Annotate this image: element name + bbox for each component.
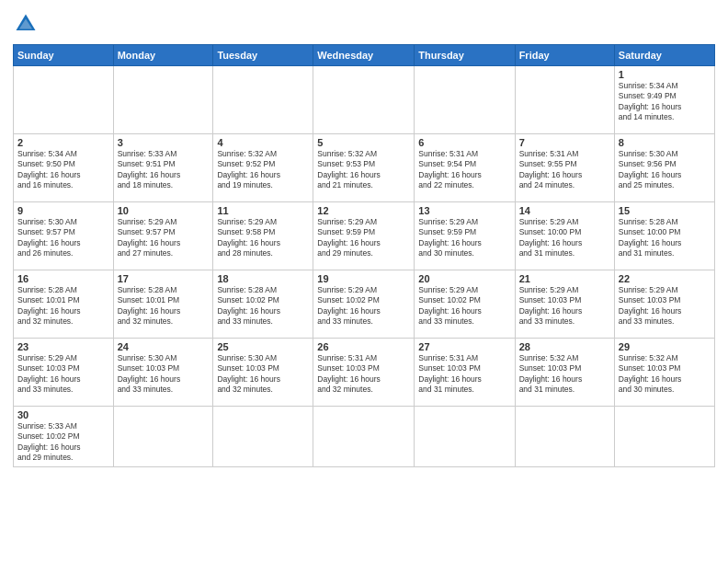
day-info: Sunrise: 5:31 AM Sunset: 10:03 PM Daylig… [317,353,410,396]
day-number: 7 [519,137,610,148]
day-info: Sunrise: 5:32 AM Sunset: 9:52 PM Dayligh… [217,149,309,191]
day-info: Sunrise: 5:29 AM Sunset: 10:03 PM Daylig… [619,285,711,327]
day-info: Sunrise: 5:30 AM Sunset: 9:57 PM Dayligh… [17,217,109,259]
day-info: Sunrise: 5:29 AM Sunset: 9:57 PM Dayligh… [118,217,210,259]
calendar-cell [515,407,614,467]
calendar-cell: 17Sunrise: 5:28 AM Sunset: 10:01 PM Dayl… [113,270,213,339]
calendar-cell: 15Sunrise: 5:28 AM Sunset: 10:00 PM Dayl… [614,202,714,270]
calendar-cell: 7Sunrise: 5:31 AM Sunset: 9:55 PM Daylig… [515,134,614,202]
day-number: 22 [619,273,711,284]
day-number: 23 [17,341,109,352]
day-info: Sunrise: 5:31 AM Sunset: 10:03 PM Daylig… [418,353,510,396]
day-info: Sunrise: 5:29 AM Sunset: 9:59 PM Dayligh… [418,217,510,259]
day-number: 19 [317,273,410,284]
day-number: 10 [118,205,210,216]
day-info: Sunrise: 5:30 AM Sunset: 9:56 PM Dayligh… [619,149,711,191]
calendar-cell: 28Sunrise: 5:32 AM Sunset: 10:03 PM Dayl… [515,339,614,407]
calendar-cell [313,407,415,467]
calendar-cell [113,66,213,134]
calendar-week-2: 2Sunrise: 5:34 AM Sunset: 9:50 PM Daylig… [14,134,715,202]
day-number: 2 [17,137,109,148]
calendar-cell: 8Sunrise: 5:30 AM Sunset: 9:56 PM Daylig… [614,134,714,202]
day-info: Sunrise: 5:29 AM Sunset: 9:58 PM Dayligh… [217,217,309,259]
calendar-cell: 25Sunrise: 5:30 AM Sunset: 10:03 PM Dayl… [213,339,313,407]
calendar-cell: 6Sunrise: 5:31 AM Sunset: 9:54 PM Daylig… [415,134,515,202]
calendar-cell [113,407,213,467]
calendar-week-4: 16Sunrise: 5:28 AM Sunset: 10:01 PM Dayl… [14,270,715,339]
weekday-tuesday: Tuesday [213,45,313,66]
day-number: 3 [118,137,210,148]
calendar-cell: 27Sunrise: 5:31 AM Sunset: 10:03 PM Dayl… [415,339,515,407]
calendar-cell: 21Sunrise: 5:29 AM Sunset: 10:03 PM Dayl… [515,270,614,339]
day-number: 13 [418,205,510,216]
calendar-cell: 22Sunrise: 5:29 AM Sunset: 10:03 PM Dayl… [614,270,714,339]
calendar-cell: 11Sunrise: 5:29 AM Sunset: 9:58 PM Dayli… [213,202,313,270]
day-info: Sunrise: 5:33 AM Sunset: 10:02 PM Daylig… [17,421,109,464]
day-number: 25 [217,341,309,352]
day-info: Sunrise: 5:30 AM Sunset: 10:03 PM Daylig… [118,353,210,396]
calendar-cell: 23Sunrise: 5:29 AM Sunset: 10:03 PM Dayl… [14,339,114,407]
day-number: 21 [519,273,610,284]
calendar-cell [415,407,515,467]
day-number: 18 [217,273,309,284]
calendar-cell [614,407,714,467]
calendar-cell [213,407,313,467]
calendar-week-6: 30Sunrise: 5:33 AM Sunset: 10:02 PM Dayl… [14,407,715,467]
weekday-monday: Monday [113,45,213,66]
calendar-cell [415,66,515,134]
calendar-week-5: 23Sunrise: 5:29 AM Sunset: 10:03 PM Dayl… [14,339,715,407]
day-number: 20 [418,273,510,284]
calendar-cell: 4Sunrise: 5:32 AM Sunset: 9:52 PM Daylig… [213,134,313,202]
calendar-cell: 2Sunrise: 5:34 AM Sunset: 9:50 PM Daylig… [14,134,114,202]
calendar-cell: 18Sunrise: 5:28 AM Sunset: 10:02 PM Dayl… [213,270,313,339]
calendar-cell: 30Sunrise: 5:33 AM Sunset: 10:02 PM Dayl… [14,407,114,467]
calendar-table: SundayMondayTuesdayWednesdayThursdayFrid… [13,44,715,467]
day-info: Sunrise: 5:34 AM Sunset: 9:49 PM Dayligh… [619,81,711,123]
day-number: 1 [619,69,711,80]
day-info: Sunrise: 5:28 AM Sunset: 10:01 PM Daylig… [118,285,210,327]
day-info: Sunrise: 5:29 AM Sunset: 10:00 PM Daylig… [519,217,610,259]
calendar-cell [515,66,614,134]
calendar-cell: 12Sunrise: 5:29 AM Sunset: 9:59 PM Dayli… [313,202,415,270]
calendar-cell: 9Sunrise: 5:30 AM Sunset: 9:57 PM Daylig… [14,202,114,270]
day-number: 6 [418,137,510,148]
header [13,11,715,37]
day-info: Sunrise: 5:31 AM Sunset: 9:54 PM Dayligh… [418,149,510,191]
calendar-cell: 10Sunrise: 5:29 AM Sunset: 9:57 PM Dayli… [113,202,213,270]
calendar-cell: 16Sunrise: 5:28 AM Sunset: 10:01 PM Dayl… [14,270,114,339]
day-info: Sunrise: 5:30 AM Sunset: 10:03 PM Daylig… [217,353,309,396]
day-number: 17 [118,273,210,284]
day-number: 24 [118,341,210,352]
weekday-thursday: Thursday [415,45,515,66]
calendar-cell: 3Sunrise: 5:33 AM Sunset: 9:51 PM Daylig… [113,134,213,202]
day-number: 28 [519,341,610,352]
day-number: 14 [519,205,610,216]
calendar-cell [213,66,313,134]
day-info: Sunrise: 5:29 AM Sunset: 10:02 PM Daylig… [317,285,410,327]
day-info: Sunrise: 5:32 AM Sunset: 10:03 PM Daylig… [619,353,711,396]
day-number: 26 [317,341,410,352]
calendar-cell: 13Sunrise: 5:29 AM Sunset: 9:59 PM Dayli… [415,202,515,270]
day-info: Sunrise: 5:29 AM Sunset: 9:59 PM Dayligh… [317,217,410,259]
day-info: Sunrise: 5:29 AM Sunset: 10:02 PM Daylig… [418,285,510,327]
calendar-cell: 24Sunrise: 5:30 AM Sunset: 10:03 PM Dayl… [113,339,213,407]
day-info: Sunrise: 5:33 AM Sunset: 9:51 PM Dayligh… [118,149,210,191]
day-info: Sunrise: 5:32 AM Sunset: 9:53 PM Dayligh… [317,149,410,191]
weekday-header-row: SundayMondayTuesdayWednesdayThursdayFrid… [14,45,715,66]
calendar-week-1: 1Sunrise: 5:34 AM Sunset: 9:49 PM Daylig… [14,66,715,134]
weekday-friday: Friday [515,45,614,66]
weekday-sunday: Sunday [14,45,114,66]
day-number: 30 [17,409,109,420]
calendar-cell: 19Sunrise: 5:29 AM Sunset: 10:02 PM Dayl… [313,270,415,339]
day-number: 15 [619,205,711,216]
weekday-wednesday: Wednesday [313,45,415,66]
calendar-cell [14,66,114,134]
calendar-cell [313,66,415,134]
calendar-cell: 5Sunrise: 5:32 AM Sunset: 9:53 PM Daylig… [313,134,415,202]
page: SundayMondayTuesdayWednesdayThursdayFrid… [0,0,728,563]
day-number: 12 [317,205,410,216]
day-number: 16 [17,273,109,284]
day-number: 5 [317,137,410,148]
calendar-cell: 26Sunrise: 5:31 AM Sunset: 10:03 PM Dayl… [313,339,415,407]
day-number: 4 [217,137,309,148]
